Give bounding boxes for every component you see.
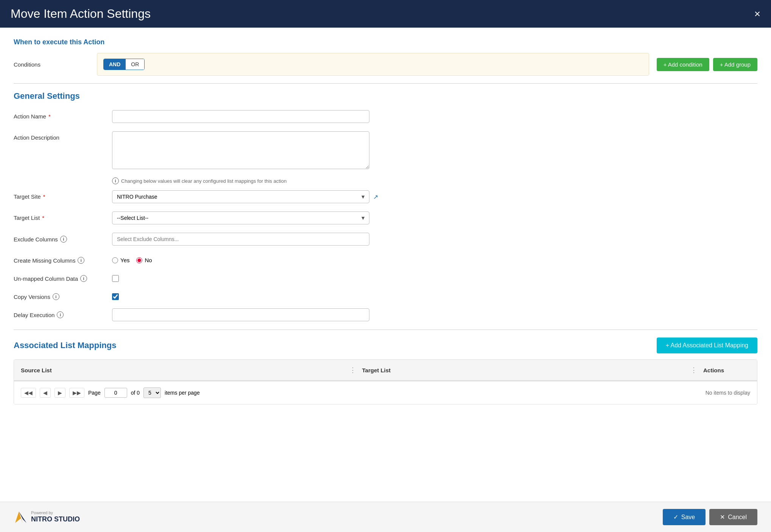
create-missing-no-label[interactable]: No	[136, 257, 152, 263]
modal-title: Move Item Action Settings	[11, 7, 151, 21]
table-header: Source List ⋮ Target List ⋮ Actions	[14, 360, 757, 381]
items-per-page-label: items per page	[165, 390, 200, 396]
delay-execution-label: Delay Execution i	[14, 308, 112, 318]
target-site-label: Target Site *	[14, 190, 112, 200]
warning-text: i Changing below values will clear any c…	[112, 177, 757, 184]
first-page-button[interactable]: ◀◀	[21, 388, 36, 398]
of-label: of 0	[131, 390, 140, 396]
copy-versions-checkbox[interactable]	[112, 293, 119, 300]
target-list-header: Target List	[355, 360, 689, 380]
footer-buttons: ✓ Save ✕ Cancel	[663, 509, 757, 525]
table-footer: ◀◀ ◀ ▶ ▶▶ Page of 0 5 items per page No …	[14, 381, 757, 404]
target-list-dots-icon[interactable]: ⋮	[689, 360, 696, 380]
unmapped-column-label: Un-mapped Column Data i	[14, 272, 112, 282]
create-missing-radio-group: Yes No	[112, 254, 152, 263]
and-button[interactable]: AND	[104, 59, 126, 70]
conditions-row: Conditions AND OR + Add condition + Add …	[14, 53, 757, 76]
modal-container: Move Item Action Settings × When to exec…	[0, 0, 771, 532]
source-list-header: Source List	[14, 360, 348, 380]
add-condition-button[interactable]: + Add condition	[657, 58, 709, 71]
create-missing-yes-label[interactable]: Yes	[112, 257, 129, 263]
exclude-columns-info-icon: i	[60, 236, 67, 243]
page-input[interactable]	[104, 388, 127, 398]
modal-header: Move Item Action Settings ×	[0, 0, 771, 28]
per-page-select[interactable]: 5	[143, 387, 161, 398]
action-name-row: Action Name *	[14, 110, 757, 123]
prev-page-button[interactable]: ◀	[40, 388, 51, 398]
svg-marker-0	[15, 512, 23, 523]
unmapped-checkbox[interactable]	[112, 275, 119, 282]
target-list-required: *	[42, 215, 44, 221]
target-site-required: *	[43, 193, 45, 200]
save-button[interactable]: ✓ Save	[663, 509, 706, 525]
actions-header: Actions	[696, 360, 757, 380]
divider-2	[14, 330, 757, 330]
unmapped-info-icon: i	[80, 275, 87, 282]
copy-versions-label: Copy Versions i	[14, 290, 112, 300]
create-missing-yes-radio[interactable]	[112, 257, 118, 263]
unmapped-checkbox-wrapper	[112, 272, 119, 282]
exclude-columns-input[interactable]	[112, 233, 369, 246]
delay-execution-input[interactable]	[112, 308, 369, 321]
copy-versions-row: Copy Versions i	[14, 290, 757, 300]
associated-list-section: Associated List Mappings + Add Associate…	[14, 338, 757, 404]
delay-execution-row: Delay Execution i	[14, 308, 757, 321]
create-missing-no-radio[interactable]	[136, 257, 142, 263]
nitro-logo: Powered by NITRO STUDIO	[14, 510, 80, 524]
conditions-actions: + Add condition + Add group	[657, 58, 757, 71]
conditions-box: AND OR	[97, 53, 649, 76]
modal-body: When to execute this Action Conditions A…	[0, 28, 771, 502]
create-missing-columns-label: Create Missing Columns i	[14, 254, 112, 264]
target-list-row: Target List * --Select List-- ▼	[14, 212, 757, 224]
delay-execution-info-icon: i	[57, 311, 64, 318]
exclude-columns-row: Exclude Columns i	[14, 233, 757, 246]
associated-title: Associated List Mappings	[14, 341, 116, 350]
and-or-group: AND OR	[103, 59, 145, 70]
no-items-text: No items to display	[706, 390, 750, 396]
source-list-dots-icon[interactable]: ⋮	[348, 360, 355, 380]
action-description-row: Action Description	[14, 131, 757, 169]
target-list-select[interactable]: --Select List--	[112, 212, 369, 224]
conditions-label: Conditions	[14, 61, 97, 68]
cancel-button[interactable]: ✕ Cancel	[709, 509, 757, 525]
action-name-label: Action Name *	[14, 110, 112, 120]
associated-table: Source List ⋮ Target List ⋮ Actions ◀◀ ◀…	[14, 359, 757, 404]
add-mapping-button[interactable]: + Add Associated List Mapping	[657, 338, 757, 353]
close-button[interactable]: ×	[754, 9, 760, 19]
associated-header: Associated List Mappings + Add Associate…	[14, 338, 757, 353]
when-subtitle: When to execute this Action	[14, 38, 757, 46]
last-page-button[interactable]: ▶▶	[69, 388, 84, 398]
action-description-input[interactable]	[112, 131, 369, 169]
action-name-input[interactable]	[112, 110, 369, 123]
target-site-row: Target Site * NITRO Purchase ▼ ↗	[14, 190, 757, 203]
general-settings-title: General Settings	[14, 91, 757, 101]
action-description-label: Action Description	[14, 131, 112, 141]
checkmark-icon: ✓	[673, 513, 678, 521]
add-group-button[interactable]: + Add group	[713, 58, 757, 71]
copy-versions-checkbox-wrapper	[112, 290, 119, 300]
divider-1	[14, 83, 757, 84]
target-site-external-link[interactable]: ↗	[373, 193, 378, 201]
modal-footer: Powered by NITRO STUDIO ✓ Save ✕ Cancel	[0, 502, 771, 532]
copy-versions-info-icon: i	[53, 293, 59, 300]
create-missing-columns-row: Create Missing Columns i Yes No	[14, 254, 757, 264]
target-site-select[interactable]: NITRO Purchase	[112, 190, 369, 203]
x-icon: ✕	[720, 513, 725, 521]
unmapped-column-row: Un-mapped Column Data i	[14, 272, 757, 282]
warning-icon: i	[112, 177, 119, 184]
create-missing-info-icon: i	[78, 257, 84, 264]
nitro-logo-text: Powered by NITRO STUDIO	[31, 510, 80, 524]
or-button[interactable]: OR	[126, 59, 144, 70]
nitro-logo-icon	[14, 510, 28, 524]
target-list-label: Target List *	[14, 212, 112, 221]
required-star: *	[48, 113, 51, 120]
target-site-control: NITRO Purchase ▼ ↗	[112, 190, 378, 203]
target-list-select-wrapper: --Select List-- ▼	[112, 212, 369, 224]
exclude-columns-label: Exclude Columns i	[14, 233, 112, 243]
page-label: Page	[88, 390, 101, 396]
target-site-select-wrapper: NITRO Purchase ▼	[112, 190, 369, 203]
next-page-button[interactable]: ▶	[55, 388, 65, 398]
